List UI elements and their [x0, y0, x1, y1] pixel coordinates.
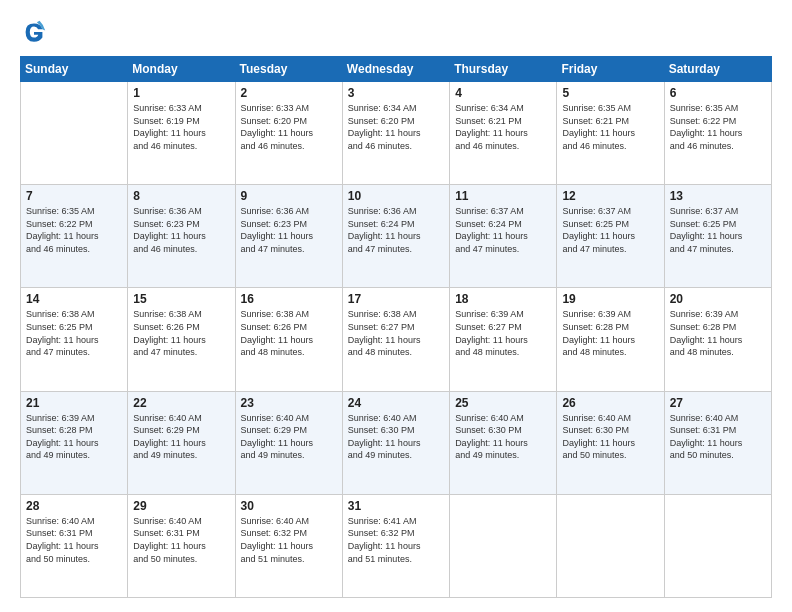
day-info: Sunrise: 6:38 AM Sunset: 6:25 PM Dayligh… [26, 308, 122, 358]
day-number: 23 [241, 396, 337, 410]
calendar-cell [664, 494, 771, 597]
day-number: 16 [241, 292, 337, 306]
day-number: 18 [455, 292, 551, 306]
day-info: Sunrise: 6:37 AM Sunset: 6:25 PM Dayligh… [562, 205, 658, 255]
calendar-cell [450, 494, 557, 597]
day-info: Sunrise: 6:40 AM Sunset: 6:29 PM Dayligh… [133, 412, 229, 462]
calendar-cell: 28Sunrise: 6:40 AM Sunset: 6:31 PM Dayli… [21, 494, 128, 597]
week-row-3: 14Sunrise: 6:38 AM Sunset: 6:25 PM Dayli… [21, 288, 772, 391]
weekday-header-thursday: Thursday [450, 57, 557, 82]
calendar-cell: 30Sunrise: 6:40 AM Sunset: 6:32 PM Dayli… [235, 494, 342, 597]
day-info: Sunrise: 6:39 AM Sunset: 6:27 PM Dayligh… [455, 308, 551, 358]
day-number: 1 [133, 86, 229, 100]
calendar-cell: 11Sunrise: 6:37 AM Sunset: 6:24 PM Dayli… [450, 185, 557, 288]
weekday-header-saturday: Saturday [664, 57, 771, 82]
day-info: Sunrise: 6:41 AM Sunset: 6:32 PM Dayligh… [348, 515, 444, 565]
calendar-cell [557, 494, 664, 597]
day-number: 28 [26, 499, 122, 513]
calendar-cell: 27Sunrise: 6:40 AM Sunset: 6:31 PM Dayli… [664, 391, 771, 494]
day-info: Sunrise: 6:35 AM Sunset: 6:22 PM Dayligh… [26, 205, 122, 255]
week-row-4: 21Sunrise: 6:39 AM Sunset: 6:28 PM Dayli… [21, 391, 772, 494]
calendar-cell: 14Sunrise: 6:38 AM Sunset: 6:25 PM Dayli… [21, 288, 128, 391]
day-number: 4 [455, 86, 551, 100]
day-info: Sunrise: 6:35 AM Sunset: 6:22 PM Dayligh… [670, 102, 766, 152]
day-number: 19 [562, 292, 658, 306]
day-info: Sunrise: 6:37 AM Sunset: 6:24 PM Dayligh… [455, 205, 551, 255]
day-number: 22 [133, 396, 229, 410]
day-info: Sunrise: 6:37 AM Sunset: 6:25 PM Dayligh… [670, 205, 766, 255]
calendar-cell: 15Sunrise: 6:38 AM Sunset: 6:26 PM Dayli… [128, 288, 235, 391]
day-number: 8 [133, 189, 229, 203]
day-info: Sunrise: 6:40 AM Sunset: 6:31 PM Dayligh… [133, 515, 229, 565]
calendar-cell: 17Sunrise: 6:38 AM Sunset: 6:27 PM Dayli… [342, 288, 449, 391]
week-row-2: 7Sunrise: 6:35 AM Sunset: 6:22 PM Daylig… [21, 185, 772, 288]
calendar-cell: 1Sunrise: 6:33 AM Sunset: 6:19 PM Daylig… [128, 82, 235, 185]
calendar-cell [21, 82, 128, 185]
day-number: 29 [133, 499, 229, 513]
calendar-cell: 13Sunrise: 6:37 AM Sunset: 6:25 PM Dayli… [664, 185, 771, 288]
day-number: 9 [241, 189, 337, 203]
weekday-header-tuesday: Tuesday [235, 57, 342, 82]
day-info: Sunrise: 6:34 AM Sunset: 6:20 PM Dayligh… [348, 102, 444, 152]
day-info: Sunrise: 6:40 AM Sunset: 6:30 PM Dayligh… [455, 412, 551, 462]
calendar-table: SundayMondayTuesdayWednesdayThursdayFrid… [20, 56, 772, 598]
day-info: Sunrise: 6:39 AM Sunset: 6:28 PM Dayligh… [562, 308, 658, 358]
day-info: Sunrise: 6:40 AM Sunset: 6:29 PM Dayligh… [241, 412, 337, 462]
calendar-cell: 23Sunrise: 6:40 AM Sunset: 6:29 PM Dayli… [235, 391, 342, 494]
calendar-cell: 19Sunrise: 6:39 AM Sunset: 6:28 PM Dayli… [557, 288, 664, 391]
calendar-cell: 31Sunrise: 6:41 AM Sunset: 6:32 PM Dayli… [342, 494, 449, 597]
day-info: Sunrise: 6:35 AM Sunset: 6:21 PM Dayligh… [562, 102, 658, 152]
weekday-header-monday: Monday [128, 57, 235, 82]
calendar-cell: 7Sunrise: 6:35 AM Sunset: 6:22 PM Daylig… [21, 185, 128, 288]
calendar-cell: 6Sunrise: 6:35 AM Sunset: 6:22 PM Daylig… [664, 82, 771, 185]
day-number: 10 [348, 189, 444, 203]
day-info: Sunrise: 6:40 AM Sunset: 6:30 PM Dayligh… [562, 412, 658, 462]
weekday-header-friday: Friday [557, 57, 664, 82]
weekday-header-wednesday: Wednesday [342, 57, 449, 82]
calendar-cell: 12Sunrise: 6:37 AM Sunset: 6:25 PM Dayli… [557, 185, 664, 288]
day-number: 25 [455, 396, 551, 410]
day-info: Sunrise: 6:38 AM Sunset: 6:27 PM Dayligh… [348, 308, 444, 358]
day-number: 15 [133, 292, 229, 306]
day-number: 5 [562, 86, 658, 100]
calendar-cell: 21Sunrise: 6:39 AM Sunset: 6:28 PM Dayli… [21, 391, 128, 494]
day-info: Sunrise: 6:36 AM Sunset: 6:24 PM Dayligh… [348, 205, 444, 255]
weekday-header-sunday: Sunday [21, 57, 128, 82]
calendar-cell: 8Sunrise: 6:36 AM Sunset: 6:23 PM Daylig… [128, 185, 235, 288]
calendar-cell: 22Sunrise: 6:40 AM Sunset: 6:29 PM Dayli… [128, 391, 235, 494]
day-info: Sunrise: 6:40 AM Sunset: 6:31 PM Dayligh… [26, 515, 122, 565]
day-info: Sunrise: 6:40 AM Sunset: 6:32 PM Dayligh… [241, 515, 337, 565]
calendar-cell: 26Sunrise: 6:40 AM Sunset: 6:30 PM Dayli… [557, 391, 664, 494]
page: SundayMondayTuesdayWednesdayThursdayFrid… [0, 0, 792, 612]
day-number: 13 [670, 189, 766, 203]
day-number: 17 [348, 292, 444, 306]
day-number: 3 [348, 86, 444, 100]
calendar-cell: 18Sunrise: 6:39 AM Sunset: 6:27 PM Dayli… [450, 288, 557, 391]
calendar-cell: 29Sunrise: 6:40 AM Sunset: 6:31 PM Dayli… [128, 494, 235, 597]
day-info: Sunrise: 6:40 AM Sunset: 6:30 PM Dayligh… [348, 412, 444, 462]
calendar-cell: 9Sunrise: 6:36 AM Sunset: 6:23 PM Daylig… [235, 185, 342, 288]
logo-icon [20, 18, 48, 46]
day-info: Sunrise: 6:39 AM Sunset: 6:28 PM Dayligh… [670, 308, 766, 358]
calendar-cell: 4Sunrise: 6:34 AM Sunset: 6:21 PM Daylig… [450, 82, 557, 185]
day-number: 24 [348, 396, 444, 410]
calendar-cell: 10Sunrise: 6:36 AM Sunset: 6:24 PM Dayli… [342, 185, 449, 288]
day-info: Sunrise: 6:36 AM Sunset: 6:23 PM Dayligh… [241, 205, 337, 255]
day-info: Sunrise: 6:38 AM Sunset: 6:26 PM Dayligh… [133, 308, 229, 358]
calendar-cell: 5Sunrise: 6:35 AM Sunset: 6:21 PM Daylig… [557, 82, 664, 185]
day-number: 21 [26, 396, 122, 410]
calendar-cell: 25Sunrise: 6:40 AM Sunset: 6:30 PM Dayli… [450, 391, 557, 494]
week-row-5: 28Sunrise: 6:40 AM Sunset: 6:31 PM Dayli… [21, 494, 772, 597]
calendar-cell: 2Sunrise: 6:33 AM Sunset: 6:20 PM Daylig… [235, 82, 342, 185]
calendar-cell: 3Sunrise: 6:34 AM Sunset: 6:20 PM Daylig… [342, 82, 449, 185]
week-row-1: 1Sunrise: 6:33 AM Sunset: 6:19 PM Daylig… [21, 82, 772, 185]
day-number: 20 [670, 292, 766, 306]
day-info: Sunrise: 6:33 AM Sunset: 6:19 PM Dayligh… [133, 102, 229, 152]
day-info: Sunrise: 6:39 AM Sunset: 6:28 PM Dayligh… [26, 412, 122, 462]
logo [20, 18, 52, 46]
day-number: 12 [562, 189, 658, 203]
day-number: 14 [26, 292, 122, 306]
calendar-cell: 20Sunrise: 6:39 AM Sunset: 6:28 PM Dayli… [664, 288, 771, 391]
day-info: Sunrise: 6:33 AM Sunset: 6:20 PM Dayligh… [241, 102, 337, 152]
day-number: 7 [26, 189, 122, 203]
